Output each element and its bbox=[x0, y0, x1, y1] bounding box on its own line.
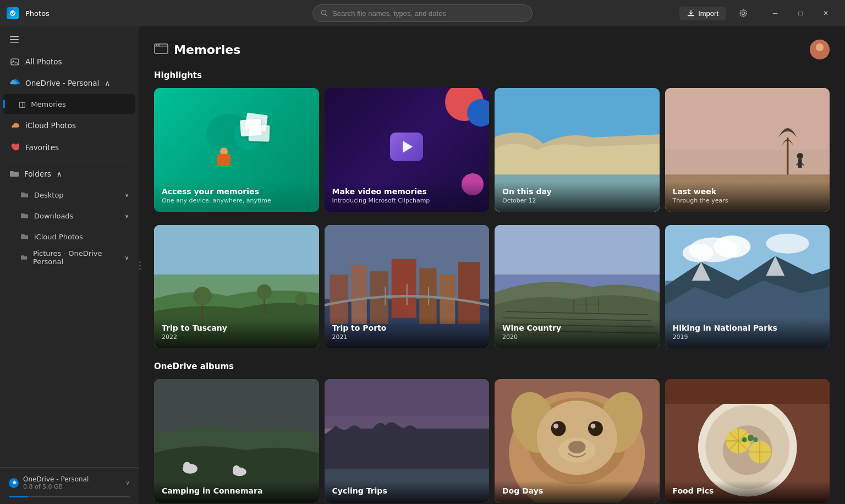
chevron-icon-footer: ∨ bbox=[125, 479, 130, 486]
sidebar-item-icloud-photos[interactable]: iCloud Photos bbox=[3, 227, 135, 246]
resize-dot bbox=[139, 265, 141, 266]
subfolder-downloads-icon bbox=[21, 212, 29, 220]
hamburger-menu[interactable] bbox=[3, 30, 135, 50]
highlight-card-access[interactable]: Access your memories One any device, any… bbox=[154, 88, 319, 212]
svg-point-80 bbox=[551, 421, 566, 436]
dog-title: Dog Days bbox=[502, 486, 652, 495]
memories-grid: Trip to Tuscany 2022 bbox=[154, 225, 830, 349]
memory-card-wine[interactable]: Wine Country 2020 bbox=[495, 225, 660, 349]
sidebar-item-memories[interactable]: ◫ Memories bbox=[3, 94, 135, 114]
sidebar-item-icloud[interactable]: iCloud Photos bbox=[3, 115, 135, 136]
card-access-art bbox=[154, 88, 319, 190]
onedrive-label: OneDrive - Personal bbox=[25, 79, 99, 87]
svg-point-11 bbox=[156, 44, 157, 45]
play-icon bbox=[403, 141, 413, 153]
search-icon bbox=[321, 9, 328, 17]
import-icon bbox=[687, 9, 695, 17]
card-lastweek-title: Last week bbox=[673, 187, 822, 196]
chevron-icon-pictures: ∨ bbox=[125, 255, 129, 261]
svg-rect-101 bbox=[665, 379, 830, 404]
tuscany-title: Trip to Tuscany bbox=[162, 324, 311, 332]
svg-point-9 bbox=[12, 125, 14, 128]
memory-card-porto[interactable]: Trip to Porto 2021 bbox=[325, 225, 490, 349]
svg-rect-7 bbox=[11, 59, 19, 65]
import-button[interactable]: Import bbox=[679, 7, 726, 20]
sidebar-item-desktop[interactable]: Desktop ∨ bbox=[3, 185, 135, 205]
subfolder-icon bbox=[21, 191, 29, 199]
storage-fill bbox=[9, 496, 28, 497]
photos-icon bbox=[10, 57, 20, 67]
wine-subtitle: 2020 bbox=[502, 333, 652, 341]
album-card-camping[interactable]: Camping in Connemara bbox=[154, 379, 319, 503]
porto-subtitle: 2021 bbox=[332, 333, 482, 341]
svg-point-100 bbox=[753, 437, 758, 442]
favorites-label: Favorites bbox=[25, 143, 59, 152]
sidebar-item-downloads[interactable]: Downloads ∨ bbox=[3, 206, 135, 226]
chevron-icon-downloads: ∨ bbox=[125, 213, 129, 219]
icloud-icon bbox=[10, 120, 20, 130]
svg-rect-42 bbox=[458, 262, 479, 324]
albums-grid: Camping in Connemara C bbox=[154, 379, 830, 503]
hamburger-icon bbox=[10, 35, 19, 44]
sidebar-onedrive-section[interactable]: OneDrive - Personal ∧ bbox=[3, 73, 135, 93]
svg-point-85 bbox=[558, 438, 595, 463]
onedrive-footer-text: OneDrive - Personal 0.8 of 5.0 GB bbox=[23, 475, 89, 490]
svg-point-62 bbox=[766, 233, 809, 253]
maximize-button[interactable]: □ bbox=[788, 4, 813, 22]
hiking-subtitle: 2019 bbox=[673, 333, 822, 341]
sidebar-divider bbox=[7, 161, 132, 161]
folders-label: Folders bbox=[24, 169, 51, 178]
svg-rect-37 bbox=[351, 265, 366, 324]
memory-card-hiking[interactable]: Hiking in National Parks 2019 bbox=[665, 225, 830, 349]
highlights-grid: Access your memories One any device, any… bbox=[154, 88, 830, 212]
search-input[interactable] bbox=[332, 9, 524, 18]
svg-point-99 bbox=[742, 437, 747, 442]
storage-bar bbox=[7, 496, 132, 497]
svg-point-83 bbox=[590, 424, 595, 429]
highlights-section-title: Highlights bbox=[154, 70, 830, 80]
svg-rect-5 bbox=[10, 39, 19, 40]
card-lastweek-subtitle: Through the years bbox=[673, 197, 822, 204]
highlight-card-video[interactable]: Make video memories Introducing Microsof… bbox=[325, 88, 490, 212]
resize-dot bbox=[139, 268, 141, 270]
page-title: Memories bbox=[174, 43, 240, 57]
svg-point-66 bbox=[183, 462, 190, 469]
highlight-card-lastweek[interactable]: Last week Through the years bbox=[665, 88, 830, 212]
svg-rect-73 bbox=[325, 379, 490, 416]
search-bar[interactable] bbox=[312, 4, 533, 22]
settings-button[interactable] bbox=[731, 4, 756, 22]
svg-point-12 bbox=[158, 44, 160, 45]
sidebar-folders-section[interactable]: Folders ∧ bbox=[3, 164, 135, 184]
user-avatar[interactable] bbox=[810, 40, 830, 59]
onedrive-footer-item[interactable]: OneDrive - Personal 0.8 of 5.0 GB ∨ bbox=[7, 472, 132, 494]
food-title: Food Pics bbox=[673, 486, 822, 495]
desktop-label: Desktop bbox=[34, 191, 64, 199]
sidebar-resize-handle[interactable] bbox=[139, 26, 141, 504]
app-body: All Photos OneDrive - Personal ∧ ◫ Memor… bbox=[0, 26, 845, 504]
pictures-label: Pictures - OneDrive Personal bbox=[33, 249, 119, 266]
close-button[interactable]: ✕ bbox=[813, 4, 838, 22]
onedrive-icon bbox=[10, 79, 20, 87]
svg-point-60 bbox=[713, 235, 750, 258]
svg-point-61 bbox=[682, 243, 713, 262]
svg-point-82 bbox=[553, 424, 558, 429]
cycling-title: Cycling Trips bbox=[332, 486, 482, 495]
hiking-title: Hiking in National Parks bbox=[673, 324, 822, 332]
album-card-food[interactable]: Food Pics bbox=[665, 379, 830, 503]
window-controls: ─ □ ✕ bbox=[762, 4, 838, 22]
app-logo bbox=[7, 7, 19, 19]
icloud-photos-folder-label: iCloud Photos bbox=[34, 233, 83, 241]
memory-card-tuscany[interactable]: Trip to Tuscany 2022 bbox=[154, 225, 319, 349]
svg-rect-3 bbox=[688, 15, 694, 17]
highlight-card-onthisday[interactable]: On this day October 12 bbox=[495, 88, 660, 212]
sidebar-item-all-photos[interactable]: All Photos bbox=[3, 51, 135, 72]
album-card-cycling[interactable]: Cycling Trips bbox=[325, 379, 490, 503]
blob2 bbox=[467, 99, 489, 127]
sidebar-item-favorites[interactable]: Favorites bbox=[3, 137, 135, 158]
porto-title: Trip to Porto bbox=[332, 324, 482, 332]
svg-rect-6 bbox=[10, 42, 19, 43]
album-card-dog[interactable]: Dog Days bbox=[495, 379, 660, 503]
subfolder-pictures-icon bbox=[21, 254, 28, 261]
sidebar-item-pictures[interactable]: Pictures - OneDrive Personal ∨ bbox=[3, 248, 135, 267]
minimize-button[interactable]: ─ bbox=[762, 4, 788, 22]
